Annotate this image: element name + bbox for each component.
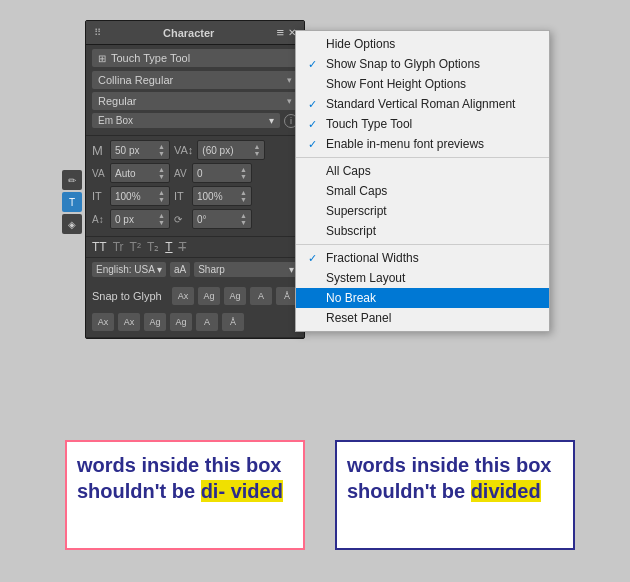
snap-icon-a1[interactable]: A [250,287,272,305]
menu-item-hide-options[interactable]: Hide Options [296,34,549,54]
menu-label-small-caps: Small Caps [326,184,533,198]
tracking-value: 0 [197,168,203,179]
aa-box: aA [170,262,190,277]
tracking-icon: AV [174,168,188,179]
font-style-arrow: ▾ [287,96,292,106]
menu-label-enable-font-preview: Enable in-menu font previews [326,137,533,151]
kern-value: Auto [115,168,136,179]
kern-track-row: VA Auto ▲▼ AV 0 ▲▼ [92,163,298,183]
menu-label-subscript: Subscript [326,224,533,238]
toolbar-type[interactable]: T [62,192,82,212]
hscale-value: 100% [197,191,223,202]
leading-input[interactable]: (60 px) ▲▼ [197,140,265,160]
lang-row: English: USA ▾ aA Sharp ▾ [86,258,304,281]
font-family-dropdown[interactable]: Collina Regular ▾ [92,71,298,89]
vscale-input[interactable]: 100% ▲▼ [110,186,170,206]
baseline-rotate-row: A↕ 0 px ▲▼ ⟳ 0° ▲▼ [92,209,298,229]
menu-item-std-vertical[interactable]: ✓Standard Vertical Roman Alignment [296,94,549,114]
sharp-select[interactable]: Sharp ▾ [194,262,298,277]
tracking-arrows: ▲▼ [240,166,247,180]
menu-label-show-snap-glyph: Show Snap to Glyph Options [326,57,533,71]
menu-item-show-font-height[interactable]: Show Font Height Options [296,74,549,94]
snap-icon-ag2[interactable]: Ag [144,313,166,331]
hscale-icon: IT [174,190,188,202]
tt-under[interactable]: T [165,240,172,254]
size-leading-row: M 50 px ▲▼ VA↕ (60 px) ▲▼ [92,140,298,160]
menu-item-system-layout[interactable]: System Layout [296,268,549,288]
menu-item-reset-panel[interactable]: Reset Panel [296,308,549,328]
snap-icon-a3[interactable]: A [196,313,218,331]
size-input[interactable]: 50 px ▲▼ [110,140,170,160]
panel-header-icons: ≡ ✕ [276,25,296,40]
em-box-row: Em Box ▾ i [92,113,298,128]
menu-item-fractional-widths[interactable]: ✓Fractional Widths [296,248,549,268]
character-panel-area: ⠿ Character ≡ ✕ ⊞ Touch Type Tool Collin… [85,20,325,339]
snap-icon-ax3[interactable]: Ax [92,313,114,331]
size-value: 50 px [115,145,139,156]
rotate-arrows: ▲▼ [240,212,247,226]
menu-label-hide-options: Hide Options [326,37,533,51]
menu-item-small-caps[interactable]: Small Caps [296,181,549,201]
snap-icon-ag[interactable]: Ag [198,287,220,305]
snap-icon-a4[interactable]: Å [222,313,244,331]
aa-label: aA [174,264,186,275]
menu-label-touch-type-tool: Touch Type Tool [326,117,533,131]
menu-item-enable-font-preview[interactable]: ✓Enable in-menu font previews [296,134,549,154]
snap-icons-2: Ax Ax Ag Ag A Å [92,313,244,331]
baseline-input[interactable]: 0 px ▲▼ [110,209,170,229]
tt-super[interactable]: T² [130,240,141,254]
panel-header: ⠿ Character ≡ ✕ [86,21,304,45]
menu-check-touch-type-tool: ✓ [304,118,320,131]
text-box-right-highlight: divided [471,480,541,502]
menu-item-superscript[interactable]: Superscript [296,201,549,221]
tt-sub[interactable]: T₂ [147,240,159,254]
panel-drag-icon: ⠿ [94,27,101,38]
panel-menu-icon[interactable]: ≡ [276,25,284,40]
em-box-dropdown[interactable]: Em Box ▾ [92,113,280,128]
sharp-value: Sharp [198,264,225,275]
font-style-label: Regular [98,95,137,107]
snap-icon-ag3[interactable]: Ag [170,313,192,331]
toolbar-brush[interactable]: ✏ [62,170,82,190]
menu-separator-subscript [296,244,549,245]
toolbar-shape[interactable]: ◈ [62,214,82,234]
language-select[interactable]: English: USA ▾ [92,262,166,277]
font-family-arrow: ▾ [287,75,292,85]
tt-strike[interactable]: T̶ [179,240,186,254]
menu-item-show-snap-glyph[interactable]: ✓Show Snap to Glyph Options [296,54,549,74]
scale-row: IT 100% ▲▼ IT 100% ▲▼ [92,186,298,206]
rotate-value: 0° [197,214,207,225]
kern-arrows: ▲▼ [158,166,165,180]
baseline-value: 0 px [115,214,134,225]
menu-item-all-caps[interactable]: All Caps [296,161,549,181]
menu-item-subscript[interactable]: Subscript [296,221,549,241]
character-panel: ⠿ Character ≡ ✕ ⊞ Touch Type Tool Collin… [85,20,305,339]
menu-label-system-layout: System Layout [326,271,533,285]
menu-separator-enable-font-preview [296,157,549,158]
leading-icon: VA↕ [174,144,193,156]
menu-label-superscript: Superscript [326,204,533,218]
menu-item-touch-type-tool[interactable]: ✓Touch Type Tool [296,114,549,134]
menu-item-no-break[interactable]: No Break [296,288,549,308]
bottom-section: words inside this box shouldn't be di- v… [30,440,610,550]
font-family-label: Collina Regular [98,74,173,86]
tool-label: Touch Type Tool [111,52,190,64]
snap-icon-ax1[interactable]: Ax [172,287,194,305]
snap-icon-ax2[interactable]: Ag [224,287,246,305]
vscale-value: 100% [115,191,141,202]
kern-input[interactable]: Auto ▲▼ [110,163,170,183]
hscale-input[interactable]: 100% ▲▼ [192,186,252,206]
tracking-input[interactable]: 0 ▲▼ [192,163,252,183]
tt-italic[interactable]: Tr [113,240,124,254]
tool-row[interactable]: ⊞ Touch Type Tool [92,49,298,67]
panel-wrapper: ⠿ Character ≡ ✕ ⊞ Touch Type Tool Collin… [85,20,305,339]
menu-label-std-vertical: Standard Vertical Roman Alignment [326,97,533,111]
rotate-icon: ⟳ [174,214,188,225]
size-section: M 50 px ▲▼ VA↕ (60 px) ▲▼ VA Auto [86,136,304,237]
font-style-dropdown[interactable]: Regular ▾ [92,92,298,110]
tt-bold[interactable]: TT [92,240,107,254]
tool-icon: ⊞ [98,53,106,64]
snap-icon-ax4[interactable]: Ax [118,313,140,331]
em-box-label: Em Box [98,115,133,126]
rotate-input[interactable]: 0° ▲▼ [192,209,252,229]
